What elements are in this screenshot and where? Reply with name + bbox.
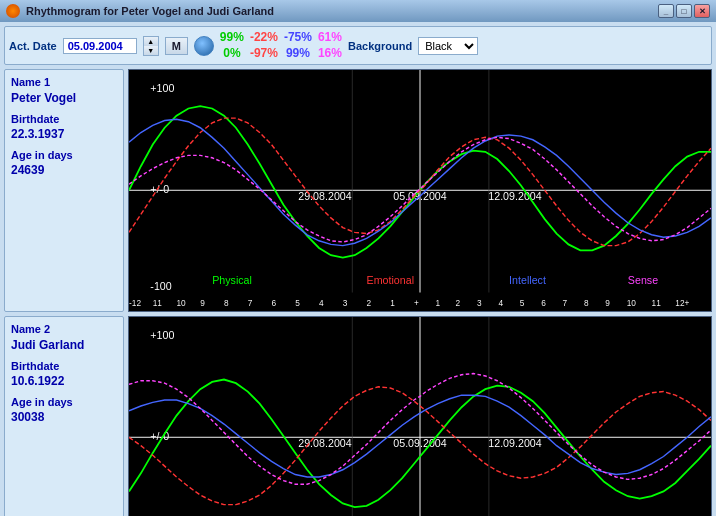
top-bar: Act. Date ▲ ▼ M 99% 0% -22% -97% -75% 99… [4,26,712,65]
svg-text:4: 4 [498,298,503,308]
pct-group-1: 99% 0% [220,30,244,61]
person2-name: Judi Garland [11,338,117,352]
svg-text:7: 7 [563,298,568,308]
pct3-bot: 99% [286,46,310,62]
chart1-container: 29.08.2004 05.09.2004 12.09.2004 +100 +/… [128,69,712,312]
person2-birthdate: 10.6.1922 [11,374,117,388]
svg-text:2: 2 [367,298,372,308]
svg-text:+100: +100 [150,328,174,340]
chart-row-2: Name 2 Judi Garland Birthdate 10.6.1922 … [4,316,712,516]
svg-text:12.09.2004: 12.09.2004 [488,437,541,449]
person1-panel: Name 1 Peter Vogel Birthdate 22.3.1937 A… [4,69,124,312]
window-controls: _ □ ✕ [658,4,710,18]
person2-name-label: Name 2 [11,323,117,335]
svg-text:4: 4 [319,298,324,308]
svg-text:2: 2 [456,298,461,308]
svg-text:7: 7 [248,298,253,308]
date-up-button[interactable]: ▲ [144,37,158,46]
person1-age: 24639 [11,163,117,177]
person1-birthdate-label: Birthdate [11,113,117,125]
pct2-bot: -97% [250,46,278,62]
m-button[interactable]: M [165,37,188,55]
window-title: Rhythmogram for Peter Vogel and Judi Gar… [26,5,658,17]
svg-text:5: 5 [295,298,300,308]
person2-birthdate-label: Birthdate [11,360,117,372]
pct2-top: -22% [250,30,278,46]
svg-text:9: 9 [200,298,205,308]
chart2-container: 29.08.2004 05.09.2004 12.09.2004 +100 +/… [128,316,712,516]
svg-text:3: 3 [343,298,348,308]
svg-text:12.09.2004: 12.09.2004 [488,190,541,202]
main-container: Act. Date ▲ ▼ M 99% 0% -22% -97% -75% 99… [0,22,716,516]
person2-age: 30038 [11,410,117,424]
act-date-label: Act. Date [9,40,57,52]
svg-text:Physical: Physical [212,274,252,286]
svg-text:Sense: Sense [628,274,658,286]
background-label: Background [348,40,412,52]
person2-age-label: Age in days [11,396,117,408]
maximize-button[interactable]: □ [676,4,692,18]
svg-text:+: + [414,298,419,308]
svg-text:10: 10 [627,298,637,308]
charts-wrapper: Name 1 Peter Vogel Birthdate 22.3.1937 A… [4,69,712,516]
svg-text:10: 10 [177,298,187,308]
svg-text:05.09.2004: 05.09.2004 [393,437,446,449]
svg-text:8: 8 [224,298,229,308]
person1-birthdate: 22.3.1937 [11,127,117,141]
date-down-button[interactable]: ▼ [144,46,158,55]
pct-group-4: 61% 16% [318,30,342,61]
chart-row-1: Name 1 Peter Vogel Birthdate 22.3.1937 A… [4,69,712,312]
person1-age-label: Age in days [11,149,117,161]
svg-text:6: 6 [541,298,546,308]
title-bar: Rhythmogram for Peter Vogel and Judi Gar… [0,0,716,22]
pct-group-2: -22% -97% [250,30,278,61]
person1-name-label: Name 1 [11,76,117,88]
svg-text:+100: +100 [150,82,174,94]
svg-text:8: 8 [584,298,589,308]
svg-text:+/-0: +/-0 [150,183,169,195]
globe-icon [194,36,214,56]
pct1-bot: 0% [223,46,240,62]
minimize-button[interactable]: _ [658,4,674,18]
svg-text:29.08.2004: 29.08.2004 [298,190,351,202]
person2-panel: Name 2 Judi Garland Birthdate 10.6.1922 … [4,316,124,516]
svg-text:3: 3 [477,298,482,308]
svg-text:1: 1 [390,298,395,308]
pct4-top: 61% [318,30,342,46]
app-icon [6,4,20,18]
svg-text:11: 11 [652,298,662,308]
svg-text:12+: 12+ [675,298,689,308]
date-input[interactable] [63,38,137,54]
pct3-top: -75% [284,30,312,46]
person1-name: Peter Vogel [11,91,117,105]
svg-text:11: 11 [153,298,163,308]
pct1-top: 99% [220,30,244,46]
svg-text:-100: -100 [150,280,171,292]
content-area: Name 1 Peter Vogel Birthdate 22.3.1937 A… [4,69,712,516]
pct4-bot: 16% [318,46,342,62]
close-window-button[interactable]: ✕ [694,4,710,18]
svg-text:9: 9 [605,298,610,308]
pct-group-3: -75% 99% [284,30,312,61]
svg-text:Intellect: Intellect [509,274,546,286]
date-spinner: ▲ ▼ [143,36,159,56]
svg-text:1: 1 [435,298,440,308]
svg-text:-12: -12 [129,298,141,308]
svg-text:5: 5 [520,298,525,308]
svg-text:6: 6 [272,298,277,308]
svg-text:Emotional: Emotional [367,274,415,286]
background-select[interactable]: Black White [418,37,478,55]
